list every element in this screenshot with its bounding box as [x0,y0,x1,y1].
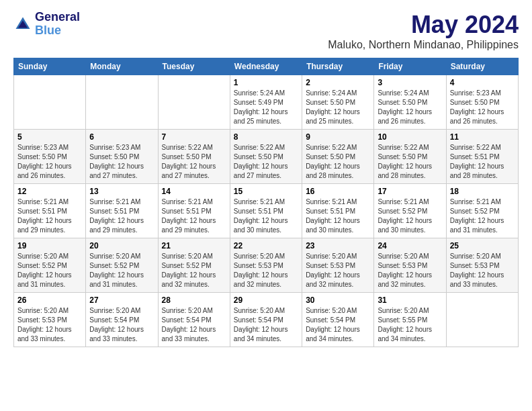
calendar-cell [158,75,230,130]
calendar-cell: 16Sunrise: 5:21 AM Sunset: 5:51 PM Dayli… [302,184,374,238]
calendar-cell: 4Sunrise: 5:23 AM Sunset: 5:50 PM Daylig… [446,75,518,130]
day-info: Sunrise: 5:22 AM Sunset: 5:50 PM Dayligh… [234,143,298,181]
calendar-cell: 31Sunrise: 5:20 AM Sunset: 5:55 PM Dayli… [374,293,446,347]
day-info: Sunrise: 5:20 AM Sunset: 5:55 PM Dayligh… [378,306,442,344]
calendar-cell: 3Sunrise: 5:24 AM Sunset: 5:50 PM Daylig… [374,75,446,130]
calendar-cell: 29Sunrise: 5:20 AM Sunset: 5:54 PM Dayli… [230,293,302,347]
day-number: 4 [450,78,515,87]
calendar-cell [14,75,86,130]
calendar-header-tuesday: Tuesday [158,58,230,75]
day-number: 20 [89,241,154,250]
day-number: 24 [378,241,442,250]
day-info: Sunrise: 5:20 AM Sunset: 5:54 PM Dayligh… [89,306,154,344]
day-number: 15 [234,187,298,196]
calendar-header-monday: Monday [86,58,158,75]
day-info: Sunrise: 5:20 AM Sunset: 5:52 PM Dayligh… [89,252,154,289]
day-number: 13 [89,187,154,196]
calendar-header-thursday: Thursday [302,58,374,75]
day-info: Sunrise: 5:21 AM Sunset: 5:51 PM Dayligh… [306,197,370,235]
day-info: Sunrise: 5:20 AM Sunset: 5:52 PM Dayligh… [162,252,226,289]
day-number: 22 [234,241,298,250]
title-area: May 2024 Maluko, Northern Mindanao, Phil… [328,11,519,51]
logo: General Blue [13,11,80,38]
day-number: 31 [378,295,442,305]
calendar-cell: 19Sunrise: 5:20 AM Sunset: 5:52 PM Dayli… [14,238,86,293]
calendar-cell: 27Sunrise: 5:20 AM Sunset: 5:54 PM Dayli… [86,293,158,347]
calendar-header-saturday: Saturday [446,58,518,75]
day-number: 25 [450,241,515,250]
day-info: Sunrise: 5:21 AM Sunset: 5:52 PM Dayligh… [450,197,515,235]
calendar-cell: 20Sunrise: 5:20 AM Sunset: 5:52 PM Dayli… [86,238,158,293]
calendar-cell: 22Sunrise: 5:20 AM Sunset: 5:53 PM Dayli… [230,238,302,293]
day-number: 27 [89,295,154,305]
day-info: Sunrise: 5:20 AM Sunset: 5:53 PM Dayligh… [450,252,515,289]
calendar-cell: 25Sunrise: 5:20 AM Sunset: 5:53 PM Dayli… [446,238,518,293]
day-info: Sunrise: 5:22 AM Sunset: 5:50 PM Dayligh… [162,143,226,181]
calendar-cell [86,75,158,130]
calendar-week-row: 26Sunrise: 5:20 AM Sunset: 5:53 PM Dayli… [14,293,519,347]
calendar-cell: 26Sunrise: 5:20 AM Sunset: 5:53 PM Dayli… [14,293,86,347]
calendar-cell: 14Sunrise: 5:21 AM Sunset: 5:51 PM Dayli… [158,184,230,238]
calendar-cell: 7Sunrise: 5:22 AM Sunset: 5:50 PM Daylig… [158,130,230,184]
day-number: 1 [234,78,298,87]
calendar-cell: 15Sunrise: 5:21 AM Sunset: 5:51 PM Dayli… [230,184,302,238]
day-number: 3 [378,78,442,87]
day-info: Sunrise: 5:23 AM Sunset: 5:50 PM Dayligh… [450,89,515,126]
day-number: 6 [89,132,154,142]
calendar-cell: 28Sunrise: 5:20 AM Sunset: 5:54 PM Dayli… [158,293,230,347]
day-number: 28 [162,295,226,305]
day-number: 8 [234,132,298,142]
calendar-cell: 1Sunrise: 5:24 AM Sunset: 5:49 PM Daylig… [230,75,302,130]
day-info: Sunrise: 5:24 AM Sunset: 5:50 PM Dayligh… [378,89,442,126]
calendar-week-row: 19Sunrise: 5:20 AM Sunset: 5:52 PM Dayli… [14,238,519,293]
calendar-cell: 12Sunrise: 5:21 AM Sunset: 5:51 PM Dayli… [14,184,86,238]
day-info: Sunrise: 5:20 AM Sunset: 5:53 PM Dayligh… [306,252,370,289]
day-number: 14 [162,187,226,196]
calendar-cell: 8Sunrise: 5:22 AM Sunset: 5:50 PM Daylig… [230,130,302,184]
calendar-cell [446,293,518,347]
day-info: Sunrise: 5:20 AM Sunset: 5:53 PM Dayligh… [378,252,442,289]
calendar-cell: 6Sunrise: 5:23 AM Sunset: 5:50 PM Daylig… [86,130,158,184]
calendar-cell: 10Sunrise: 5:22 AM Sunset: 5:50 PM Dayli… [374,130,446,184]
day-info: Sunrise: 5:20 AM Sunset: 5:53 PM Dayligh… [234,252,298,289]
day-number: 23 [306,241,370,250]
calendar-header-wednesday: Wednesday [230,58,302,75]
calendar-week-row: 12Sunrise: 5:21 AM Sunset: 5:51 PM Dayli… [14,184,519,238]
calendar-header-friday: Friday [374,58,446,75]
day-info: Sunrise: 5:23 AM Sunset: 5:50 PM Dayligh… [17,143,82,181]
day-info: Sunrise: 5:21 AM Sunset: 5:52 PM Dayligh… [378,197,442,235]
calendar-cell: 9Sunrise: 5:22 AM Sunset: 5:50 PM Daylig… [302,130,374,184]
calendar-cell: 18Sunrise: 5:21 AM Sunset: 5:52 PM Dayli… [446,184,518,238]
day-number: 26 [17,295,82,305]
calendar-header-row: SundayMondayTuesdayWednesdayThursdayFrid… [14,58,519,75]
day-info: Sunrise: 5:24 AM Sunset: 5:49 PM Dayligh… [234,89,298,126]
day-number: 17 [378,187,442,196]
header: General Blue May 2024 Maluko, Northern M… [13,11,519,51]
day-info: Sunrise: 5:20 AM Sunset: 5:54 PM Dayligh… [162,306,226,344]
logo-text: General Blue [35,11,80,38]
day-info: Sunrise: 5:21 AM Sunset: 5:51 PM Dayligh… [234,197,298,235]
day-info: Sunrise: 5:20 AM Sunset: 5:53 PM Dayligh… [17,306,82,344]
main-title: May 2024 [328,11,519,39]
day-number: 12 [17,187,82,196]
day-number: 11 [450,132,515,142]
day-info: Sunrise: 5:22 AM Sunset: 5:51 PM Dayligh… [450,143,515,181]
subtitle: Maluko, Northern Mindanao, Philippines [328,39,519,51]
calendar-header-sunday: Sunday [14,58,86,75]
calendar-cell: 24Sunrise: 5:20 AM Sunset: 5:53 PM Dayli… [374,238,446,293]
day-info: Sunrise: 5:24 AM Sunset: 5:50 PM Dayligh… [306,89,370,126]
day-number: 2 [306,78,370,87]
calendar-cell: 13Sunrise: 5:21 AM Sunset: 5:51 PM Dayli… [86,184,158,238]
day-number: 9 [306,132,370,142]
calendar-cell: 2Sunrise: 5:24 AM Sunset: 5:50 PM Daylig… [302,75,374,130]
day-info: Sunrise: 5:20 AM Sunset: 5:54 PM Dayligh… [234,306,298,344]
day-number: 5 [17,132,82,142]
day-number: 10 [378,132,442,142]
day-number: 7 [162,132,226,142]
day-number: 16 [306,187,370,196]
calendar-cell: 21Sunrise: 5:20 AM Sunset: 5:52 PM Dayli… [158,238,230,293]
day-number: 18 [450,187,515,196]
day-number: 21 [162,241,226,250]
calendar-week-row: 1Sunrise: 5:24 AM Sunset: 5:49 PM Daylig… [14,75,519,130]
day-info: Sunrise: 5:23 AM Sunset: 5:50 PM Dayligh… [89,143,154,181]
